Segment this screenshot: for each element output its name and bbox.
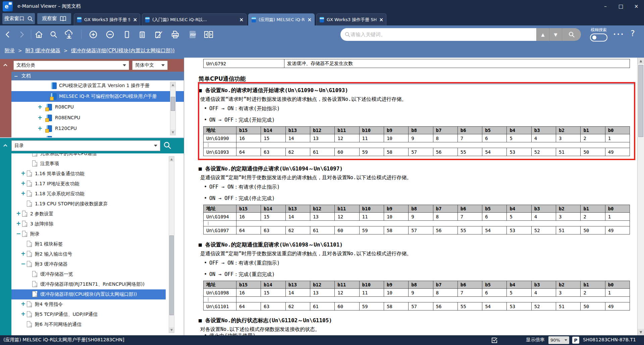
- toc-tree-item[interactable]: +附2 输入输出信号: [11, 249, 184, 259]
- print-button[interactable]: [170, 29, 180, 40]
- tab-close-icon[interactable]: ×: [379, 17, 383, 23]
- toc-tree-item[interactable]: 1.19 CPU STOP时的接收数据废弃: [11, 199, 184, 209]
- expander-icon[interactable]: +: [21, 301, 25, 307]
- more-options-button[interactable]: •••: [613, 31, 625, 37]
- pdf-icon[interactable]: PDF: [187, 29, 198, 40]
- expander-icon[interactable]: +: [38, 104, 42, 110]
- breadcrumb-link[interactable]: 附录: [5, 48, 15, 54]
- doc-tree-item[interactable]: +R120CPU: [11, 123, 184, 134]
- edit-note-button[interactable]: [153, 29, 164, 40]
- search-next-button[interactable]: ▼: [549, 28, 562, 41]
- scrollbar-thumb[interactable]: [169, 235, 174, 315]
- search-go-button[interactable]: [562, 28, 581, 41]
- toc-tree-item[interactable]: +2 参数设置: [11, 209, 184, 219]
- scroll-up-icon[interactable]: ▲: [638, 58, 644, 64]
- collapse-panel-icon[interactable]: [3, 64, 7, 67]
- table-header-cell: 地址: [204, 127, 236, 134]
- search-page-button[interactable]: [48, 29, 59, 40]
- split-view-button[interactable]: [203, 29, 214, 40]
- toc-scrollbar[interactable]: ▲ ▼: [169, 156, 174, 333]
- document-tab[interactable]: GX Works3 操作手册 SH0...×: [316, 13, 386, 25]
- scrollbar-thumb[interactable]: [638, 65, 643, 137]
- download-check-icon[interactable]: [491, 337, 498, 344]
- expander-icon[interactable]: +: [21, 311, 25, 317]
- scrollbar-thumb[interactable]: [171, 97, 175, 111]
- toc-tree-item[interactable]: −附录: [11, 229, 184, 239]
- language-dropdown[interactable]: 简体中文: [132, 61, 168, 70]
- doc-tree-item[interactable]: +R08ENCPU: [11, 113, 184, 123]
- doc-tree-item[interactable]: +R08CPU: [11, 102, 184, 113]
- section-heading-text: 各设置No.的定期通信停止请求(Un\G1094～Un\G1097): [205, 165, 343, 172]
- tab-close-icon[interactable]: ×: [133, 17, 137, 23]
- expander-icon[interactable]: +: [21, 251, 25, 257]
- content-scrollbar[interactable]: ▲ ▼: [637, 58, 644, 335]
- zoom-out-button[interactable]: [105, 29, 115, 40]
- toc-tree-item[interactable]: 注意事项: [11, 159, 184, 169]
- forward-button[interactable]: [16, 29, 27, 40]
- doc-tree-item[interactable]: CPU模块记录设置工具 Version 1 操作手册: [11, 80, 184, 91]
- document-tab[interactable]: (入门篇) MELSEC iQ-R以...×: [142, 13, 247, 25]
- collapse-icon[interactable]: −: [14, 73, 18, 79]
- toc-tree-item[interactable]: +附5 TCP/IP通信、UDP/IP通信: [11, 309, 184, 320]
- expander-icon[interactable]: +: [16, 210, 21, 216]
- toc-dropdown[interactable]: 目录: [11, 140, 160, 151]
- table-header-cell: b7: [433, 127, 458, 134]
- toc-tree-item[interactable]: 缓冲存储器详细(RJ71EN71、RnENCPU(网络部)): [11, 279, 184, 289]
- scroll-up-icon[interactable]: ▲: [169, 156, 174, 162]
- expander-icon[interactable]: −: [21, 261, 25, 267]
- cloud-download-icon[interactable]: [64, 29, 74, 40]
- toc-tree-item[interactable]: 附6 与不同网络的通信: [11, 320, 184, 330]
- toc-tree-item[interactable]: 附1 模块标签: [11, 239, 184, 249]
- maximize-button[interactable]: □: [613, 0, 629, 13]
- doc-tree-root[interactable]: − 文档: [11, 72, 184, 80]
- zoom-in-button[interactable]: [88, 29, 99, 40]
- toc-tree-item[interactable]: +1.16 简单设备通信功能: [11, 169, 184, 179]
- toc-tree-item[interactable]: 缓冲存储器详细(CPU模块(内置以太网端口部)): [11, 289, 166, 299]
- minimize-button[interactable]: –: [598, 0, 613, 13]
- expander-icon[interactable]: +: [21, 170, 25, 176]
- doc-category-dropdown[interactable]: 文档分类: [13, 61, 129, 70]
- toc-tree-item[interactable]: +3 故障排除: [11, 219, 184, 229]
- collapse-panel-icon[interactable]: [3, 144, 7, 147]
- toc-search-button[interactable]: [163, 141, 172, 150]
- close-button[interactable]: ×: [629, 0, 644, 13]
- toc-tree-item[interactable]: +1.18 冗余系统对应功能: [11, 189, 184, 199]
- back-button[interactable]: [3, 29, 13, 40]
- watch-window-button[interactable]: 观察窗: [37, 13, 71, 24]
- toc-tree-item[interactable]: +1.17 IP地址更改功能: [11, 179, 184, 189]
- page-icon: [22, 221, 27, 227]
- search-window-button[interactable]: 搜索窗口: [2, 13, 35, 24]
- table-cell: 49: [605, 226, 630, 234]
- toc-tree-item[interactable]: 缓冲存储器一览: [11, 269, 184, 279]
- toc-tree-item[interactable]: +附4 专用指令: [11, 299, 184, 309]
- fuzzy-search-toggle[interactable]: [590, 33, 607, 42]
- expander-icon[interactable]: +: [38, 125, 42, 131]
- scroll-down-icon[interactable]: ▼: [169, 327, 174, 333]
- document-tab[interactable]: GX Works3 操作手册 SH0...×: [74, 13, 140, 25]
- expander-icon[interactable]: +: [38, 115, 42, 121]
- search-prev-button[interactable]: ▲: [536, 28, 549, 41]
- expander-icon[interactable]: −: [16, 230, 21, 236]
- notes-button[interactable]: [137, 29, 148, 40]
- breadcrumb-link[interactable]: 缓冲存储器详细(CPU模块(内置以太网端口部)): [71, 48, 175, 54]
- tab-close-icon[interactable]: ×: [239, 17, 244, 23]
- doc-tree-item[interactable]: +: [11, 134, 184, 137]
- scroll-down-icon[interactable]: ▼: [638, 329, 644, 335]
- doc-tree-scrollbar[interactable]: ▲ ▼: [170, 82, 176, 135]
- scroll-down-icon[interactable]: ▼: [170, 130, 175, 135]
- home-button[interactable]: [34, 29, 44, 40]
- toc-tree-item[interactable]: 冗余系统中的简单CPU通信: [11, 153, 184, 159]
- doc-tree-item[interactable]: MELSEC iQ-R 可编程控制器CPU模块用户手册: [11, 91, 184, 102]
- expander-icon[interactable]: +: [21, 180, 25, 186]
- help-button[interactable]: ?: [631, 29, 635, 38]
- bookmark-button[interactable]: [121, 29, 132, 40]
- tab-close-icon[interactable]: ×: [307, 17, 312, 23]
- zoom-select[interactable]: 90%: [548, 336, 569, 344]
- expander-icon[interactable]: +: [21, 190, 25, 196]
- keyword-search-input[interactable]: [351, 31, 536, 38]
- document-tab[interactable]: (应用篇) MELSEC iQ-R以...×: [248, 13, 315, 25]
- expander-icon[interactable]: +: [16, 220, 21, 226]
- toc-tree-item[interactable]: −附3 缓冲存储器: [11, 259, 184, 269]
- breadcrumb-link[interactable]: 附3 缓冲存储器: [25, 48, 60, 54]
- scroll-up-icon[interactable]: ▲: [170, 82, 175, 87]
